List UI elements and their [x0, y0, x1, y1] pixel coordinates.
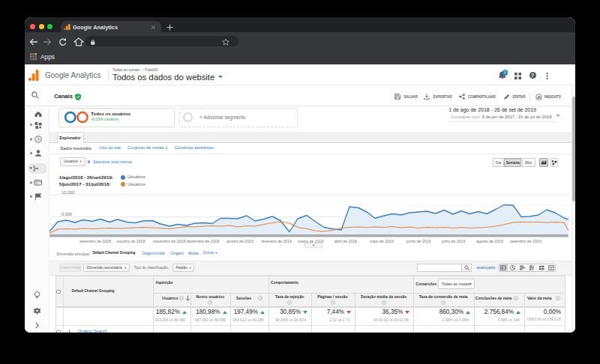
svg-text:outubro de 2018: outubro de 2018	[117, 239, 146, 243]
svg-text:setembro de 2018: setembro de 2018	[80, 239, 111, 243]
svg-text:junho de 2019: junho de 2019	[406, 239, 431, 243]
svg-text:agosto de 2019: agosto de 2019	[476, 239, 503, 243]
svg-text:fevereiro de 2019: fevereiro de 2019	[262, 239, 292, 243]
svg-text:setembro de 2019: setembro de 2019	[510, 239, 542, 243]
svg-text:5.000: 5.000	[62, 212, 72, 216]
svg-text:10.000: 10.000	[62, 190, 74, 195]
svg-text:novembro de 2018: novembro de 2018	[153, 239, 185, 243]
svg-text:julho de 2019: julho de 2019	[441, 239, 465, 243]
svg-text:março de 2019: março de 2019	[298, 239, 324, 243]
svg-text:maio de 2019: maio de 2019	[370, 239, 394, 243]
svg-text:dezembro de 2018: dezembro de 2018	[187, 239, 219, 243]
svg-text:janeiro de 2019: janeiro de 2019	[226, 239, 254, 243]
svg-text:abril de 2019: abril de 2019	[334, 239, 357, 243]
